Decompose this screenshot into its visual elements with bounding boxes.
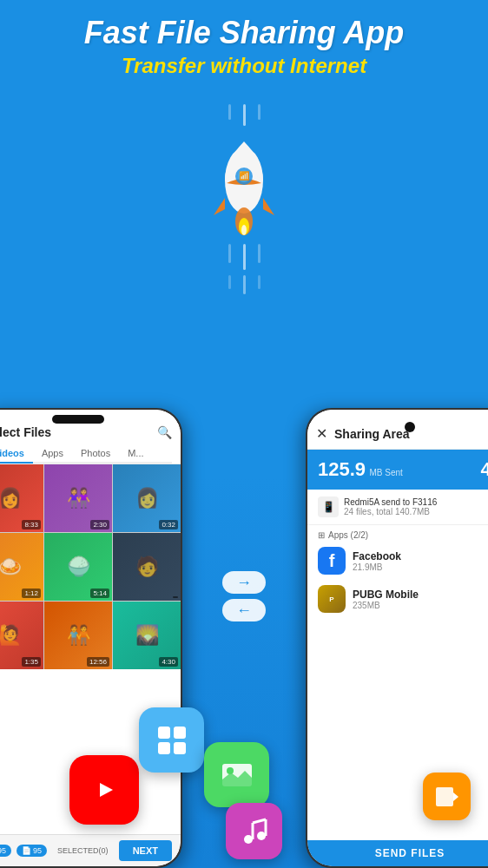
photo-cell[interactable]: 👩 0:32 [113, 464, 181, 532]
apps-grid-icon: ⊞ [318, 530, 325, 540]
sent-mb: 125.9 [318, 458, 366, 480]
tab-more[interactable]: M... [119, 444, 152, 464]
photos-icon [204, 742, 269, 807]
arrow-right: → [222, 571, 266, 594]
svg-rect-10 [174, 727, 186, 739]
left-phone-title-row: Select Files 🔍 [0, 425, 172, 444]
photo-cell[interactable]: 🙋 1:35 [0, 602, 43, 669]
photo-duration: 0:32 [159, 520, 178, 529]
photo-cell[interactable]: 🍛 1:12 [0, 533, 43, 601]
video-file-icon [423, 773, 471, 820]
send-files-button[interactable]: SEND FILES [318, 847, 488, 859]
device-to: F3116 [412, 497, 437, 507]
app-title: Fast File Sharing App [0, 16, 488, 50]
pubg-app-row: P PUBG Mobile 235MB [307, 580, 488, 618]
files-count-badge: 📄 95 [16, 845, 47, 857]
phone-notch-left [52, 415, 104, 424]
tab-apps[interactable]: Apps [33, 444, 72, 464]
sent-label: MB Sent [370, 468, 403, 477]
app-subtitle: Transfer without Internet [0, 54, 488, 78]
apps-icon [139, 707, 204, 773]
left-phone-tabs: Videos Apps Photos M... [0, 444, 172, 464]
photo-cell[interactable]: 🌄 4:30 [113, 602, 181, 669]
pubg-icon: P [318, 585, 346, 613]
left-phone-title: Select Files [0, 425, 51, 439]
files-count: 95 [33, 846, 42, 855]
speed-line [258, 244, 260, 263]
apps-label: Apps (2/2) [328, 530, 368, 540]
search-icon[interactable]: 🔍 [157, 425, 172, 439]
photo-duration: 4:30 [159, 657, 178, 667]
tab-photos[interactable]: Photos [72, 444, 119, 464]
right-phone-header: ✕ Sharing Area [307, 410, 488, 450]
photo-duration: 8:33 [22, 520, 41, 529]
videos-count: 95 [0, 846, 6, 855]
speed-line [243, 275, 246, 294]
speed-line [258, 104, 260, 120]
photo-duration: 12:56 [87, 657, 109, 667]
next-button[interactable]: NEXT [119, 840, 172, 861]
speed-line [243, 244, 246, 270]
tab-videos[interactable]: Videos [0, 444, 33, 464]
photo-cell[interactable]: 👭 2:30 [44, 464, 112, 532]
svg-line-19 [253, 819, 266, 823]
photo-duration: 1:35 [22, 657, 41, 667]
photo-cell[interactable]: 🧑 [113, 533, 181, 601]
facebook-icon: f [318, 547, 346, 575]
files-icon: 📄 [22, 846, 31, 855]
sharing-area-title: Sharing Area [334, 427, 410, 441]
svg-rect-20 [436, 787, 453, 806]
arrow-left: ← [222, 599, 266, 621]
photo-duration: 1:12 [22, 589, 41, 598]
rocket-container: 📶 [205, 104, 283, 294]
speed-line [243, 104, 246, 126]
photo-cell[interactable]: 🍚 5:14 [44, 533, 112, 601]
photo-thumbnail: 🧑 [113, 533, 181, 601]
photo-cell[interactable]: 👩 8:33 [0, 464, 43, 532]
photo-duration: 2:30 [90, 520, 109, 529]
left-phone-bottom: ▶ 95 📄 95 SELECTED(0) NEXT [0, 834, 181, 866]
svg-point-6 [241, 225, 247, 235]
device-from: Redmi5A [344, 497, 379, 507]
phones-container: Select Files 🔍 Videos Apps Photos M... 👩… [0, 356, 488, 868]
speed-line [228, 104, 231, 120]
photo-duration [173, 596, 178, 598]
rocket-icon: 📶 [205, 133, 283, 237]
photo-cell[interactable]: 🧑‍🤝‍🧑 12:56 [44, 602, 112, 669]
pubg-info: PUBG Mobile 235MB [353, 589, 419, 610]
facebook-name: Facebook [353, 550, 401, 562]
right-phone-bottom: SEND FILES [307, 840, 488, 866]
recv-info: 46 [481, 458, 488, 481]
selected-info: ▶ 95 📄 95 [0, 845, 47, 857]
transfer-arrows: → ← [222, 571, 266, 621]
left-arrow-icon: ← [236, 602, 252, 620]
facebook-app-row: f Facebook 21.9MB [307, 542, 488, 580]
svg-point-14 [227, 767, 234, 774]
device-row: 📱 Redmi5A send to F3116 24 files, total … [318, 496, 488, 517]
music-icon [226, 803, 282, 859]
pubg-size: 235MB [353, 601, 419, 610]
youtube-icon [69, 755, 139, 825]
transfer-details: Redmi5A send to F3116 24 files, total 14… [344, 497, 437, 516]
svg-rect-12 [174, 742, 186, 754]
header-section: Fast File Sharing App Transfer without I… [0, 16, 488, 78]
svg-rect-9 [158, 727, 170, 739]
phone-notch-right [405, 422, 415, 432]
photo-duration: 5:14 [90, 589, 109, 598]
sent-info: 125.9 MB Sent [318, 458, 403, 481]
pubg-name: PUBG Mobile [353, 589, 419, 601]
svg-rect-11 [158, 742, 170, 754]
videos-count-badge: ▶ 95 [0, 845, 11, 857]
svg-text:📶: 📶 [239, 170, 250, 181]
device-icon: 📱 [318, 496, 339, 517]
files-info: 24 files, total 140.7MB [344, 507, 430, 516]
send-arrow: send to [381, 497, 412, 507]
facebook-size: 21.9MB [353, 562, 401, 572]
close-button[interactable]: ✕ [316, 425, 327, 442]
right-arrow-icon: → [236, 574, 252, 592]
progress-bar: 125.9 MB Sent 46 [307, 450, 488, 490]
apps-section-label: ⊞ Apps (2/2) [307, 525, 488, 542]
recv-num: 46 [481, 458, 488, 480]
facebook-info: Facebook 21.9MB [353, 550, 401, 572]
speed-line [258, 275, 260, 289]
